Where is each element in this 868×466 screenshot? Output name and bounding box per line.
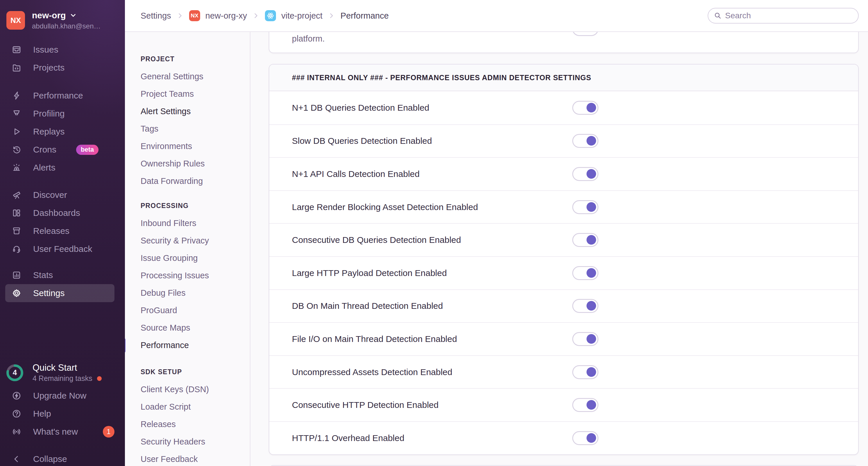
subnav-item-alert-settings[interactable]: Alert Settings: [141, 102, 250, 120]
sidebar-item-help[interactable]: Help: [5, 405, 115, 423]
breadcrumb-page: Performance: [340, 11, 389, 21]
sidebar-item-replays[interactable]: Replays: [5, 123, 115, 141]
quick-start[interactable]: 4 Quick Start 4 Remaining tasks: [5, 363, 118, 383]
crons-icon: [11, 145, 22, 155]
discover-icon: [11, 190, 22, 200]
subnav-item-client-keys[interactable]: Client Keys (DSN): [141, 381, 250, 398]
settings-subnav: PROJECT General Settings Project Teams A…: [125, 32, 250, 466]
toggle-large-http-payload[interactable]: [572, 266, 598, 280]
sidebar-item-whats-new[interactable]: What's new 1: [5, 423, 115, 441]
subnav-item-security-headers[interactable]: Security Headers: [141, 433, 250, 450]
sidebar: NX new-org abdullah.khan@sen… Issues Pro…: [0, 0, 125, 466]
toggle-partial[interactable]: [572, 32, 598, 36]
setting-row: Slow DB Queries Detection Enabled: [269, 124, 858, 157]
setting-row: Large Render Blocking Asset Detection En…: [269, 190, 858, 223]
subnav-item-general-settings[interactable]: General Settings: [141, 68, 250, 85]
projects-icon: [11, 63, 22, 73]
sidebar-item-upgrade-now[interactable]: Upgrade Now: [5, 387, 115, 405]
subnav-item-processing-issues[interactable]: Processing Issues: [141, 267, 250, 284]
notification-dot: [97, 376, 102, 381]
subnav-item-data-forwarding[interactable]: Data Forwarding: [141, 172, 250, 190]
subnav-item-loader-script[interactable]: Loader Script: [141, 398, 250, 415]
chevron-left-icon: [11, 454, 22, 464]
settings-content: platform. ### INTERNAL ONLY ### - PERFOR…: [250, 32, 868, 466]
subnav-item-debug-files[interactable]: Debug Files: [141, 284, 250, 302]
subnav-item-performance[interactable]: Performance: [141, 336, 250, 354]
org-switcher[interactable]: NX new-org abdullah.khan@sen…: [6, 10, 118, 30]
whats-new-badge: 1: [103, 426, 115, 438]
quick-start-progress-ring: 4: [5, 363, 24, 382]
releases-icon: [11, 226, 22, 236]
setting-row: Uncompressed Assets Detection Enabled: [269, 355, 858, 389]
toggle-slow-db-queries[interactable]: [572, 134, 598, 148]
replays-icon: [11, 127, 22, 136]
sidebar-item-profiling[interactable]: Profiling: [5, 104, 115, 123]
toggle-uncompressed-assets[interactable]: [572, 365, 598, 379]
app-window: NX new-org abdullah.khan@sen… Issues Pro…: [0, 0, 868, 466]
next-panel-partial: [269, 465, 859, 466]
subnav-item-user-feedback[interactable]: User Feedback: [141, 450, 250, 466]
beta-badge: beta: [76, 145, 98, 155]
subnav-heading-sdk-setup: SDK SETUP: [141, 363, 250, 381]
toggle-file-io-on-main-thread[interactable]: [572, 332, 598, 346]
org-badge: NX: [189, 10, 200, 21]
sidebar-item-settings[interactable]: Settings: [5, 284, 115, 302]
broadcast-icon: [11, 427, 22, 437]
subnav-item-source-maps[interactable]: Source Maps: [141, 319, 250, 336]
panel-header: ### INTERNAL ONLY ### - PERFORMANCE ISSU…: [269, 64, 858, 91]
sidebar-item-dashboards[interactable]: Dashboards: [5, 204, 115, 222]
subnav-item-ownership-rules[interactable]: Ownership Rules: [141, 155, 250, 172]
subnav-item-tags[interactable]: Tags: [141, 120, 250, 137]
sidebar-item-performance[interactable]: Performance: [5, 87, 115, 104]
search-input[interactable]: [725, 11, 852, 20]
breadcrumb-separator-icon: [328, 12, 335, 19]
subnav-heading-processing: PROCESSING: [141, 197, 250, 214]
partial-setting-card: platform.: [269, 32, 859, 53]
toggle-http11-overhead[interactable]: [572, 431, 598, 445]
org-name: new-org: [32, 10, 66, 20]
breadcrumb-org[interactable]: NX new-org-xy: [189, 10, 247, 21]
subnav-item-project-teams[interactable]: Project Teams: [141, 85, 250, 102]
subnav-item-inbound-filters[interactable]: Inbound Filters: [141, 214, 250, 232]
subnav-item-security-privacy[interactable]: Security & Privacy: [141, 232, 250, 249]
toggle-n1-db-queries[interactable]: [572, 101, 598, 115]
user-feedback-icon: [11, 244, 22, 254]
sidebar-item-alerts[interactable]: Alerts: [5, 159, 115, 177]
help-icon: [11, 409, 22, 418]
setting-description: platform.: [292, 34, 325, 43]
subnav-item-proguard[interactable]: ProGuard: [141, 302, 250, 319]
toggle-consecutive-db-queries[interactable]: [572, 233, 598, 247]
toggle-large-render-blocking-asset[interactable]: [572, 200, 598, 214]
org-avatar: NX: [6, 11, 25, 30]
toggle-consecutive-http[interactable]: [572, 398, 598, 412]
subnav-item-releases[interactable]: Releases: [141, 415, 250, 433]
subnav-item-issue-grouping[interactable]: Issue Grouping: [141, 249, 250, 267]
setting-row: DB On Main Thread Detection Enabled: [269, 289, 858, 322]
sidebar-item-issues[interactable]: Issues: [5, 41, 115, 59]
quick-start-count: 4: [5, 363, 24, 382]
sidebar-item-stats[interactable]: Stats: [5, 266, 115, 284]
breadcrumb-separator-icon: [177, 12, 183, 19]
setting-row: N+1 DB Queries Detection Enabled: [269, 91, 858, 124]
chevron-down-icon: [70, 12, 76, 19]
breadcrumb-project[interactable]: vite-project: [265, 10, 322, 21]
setting-row: Large HTTP Payload Detection Enabled: [269, 256, 858, 289]
setting-row: File I/O on Main Thread Detection Enable…: [269, 322, 858, 355]
sidebar-item-crons[interactable]: Crons beta: [5, 141, 115, 159]
sidebar-item-discover[interactable]: Discover: [5, 186, 115, 204]
setting-row: N+1 API Calls Detection Enabled: [269, 157, 858, 190]
subnav-item-environments[interactable]: Environments: [141, 137, 250, 155]
sidebar-item-projects[interactable]: Projects: [5, 59, 115, 77]
react-project-icon: [265, 10, 276, 21]
sidebar-item-user-feedback[interactable]: User Feedback: [5, 240, 115, 258]
toggle-n1-api-calls[interactable]: [572, 167, 598, 181]
detector-settings-panel: ### INTERNAL ONLY ### - PERFORMANCE ISSU…: [269, 64, 859, 455]
quick-start-subtitle: 4 Remaining tasks: [33, 374, 92, 383]
sidebar-item-releases[interactable]: Releases: [5, 222, 115, 240]
sidebar-collapse-button[interactable]: Collapse: [5, 450, 115, 466]
user-email: abdullah.khan@sen…: [32, 22, 101, 30]
gear-icon: [11, 288, 22, 298]
search-box[interactable]: [708, 8, 859, 24]
breadcrumb-settings[interactable]: Settings: [141, 11, 171, 21]
toggle-db-on-main-thread[interactable]: [572, 299, 598, 313]
